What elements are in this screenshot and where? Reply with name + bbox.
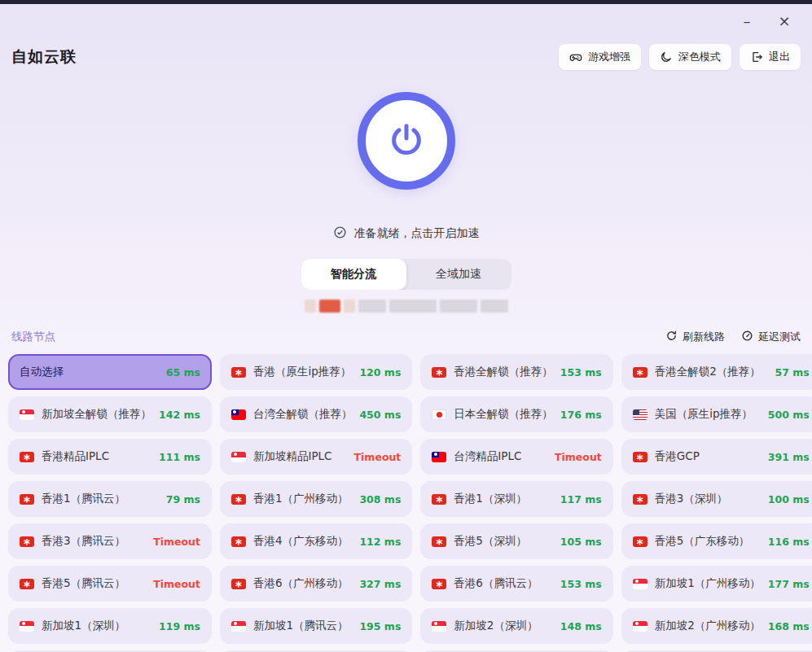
node-name: 新加坡1（深圳） [42, 619, 151, 633]
node-latency: Timeout [354, 451, 402, 463]
node-card[interactable]: 香港全解锁2（推荐） 57 ms [621, 354, 812, 390]
node-card[interactable]: 香港6（广州移动） 327 ms [220, 566, 412, 602]
node-name: 香港1（腾讯云） [42, 492, 159, 506]
node-name: 美国（原生ip推荐） [655, 407, 761, 422]
node-latency: 148 ms [560, 620, 602, 632]
node-card[interactable]: 自动选择 65 ms [8, 354, 212, 390]
node-name: 香港3（深圳） [655, 492, 761, 506]
node-card[interactable]: 新加坡精品IPLC Timeout [220, 439, 412, 475]
logout-icon [750, 50, 763, 63]
node-card[interactable]: 日本全解锁（推荐） 176 ms [420, 396, 612, 432]
node-name: 香港全解锁（推荐） [454, 365, 553, 379]
node-card[interactable]: 新加坡2（深圳） 148 ms [420, 608, 612, 644]
node-name: 新加坡2（深圳） [454, 619, 553, 633]
check-circle-icon [333, 225, 347, 242]
hk-flag-icon [633, 452, 647, 462]
refresh-lines-button[interactable]: 刷新线路 [665, 330, 725, 344]
node-card[interactable]: 香港3（深圳） 100 ms [621, 481, 812, 517]
hk-flag-icon [231, 367, 246, 378]
node-card[interactable]: 香港GCP 391 ms [621, 439, 812, 475]
latency-test-label: 延迟测试 [758, 330, 801, 344]
close-button[interactable]: × [768, 8, 801, 33]
node-latency: 153 ms [560, 578, 602, 590]
tw-flag-icon [231, 409, 246, 420]
node-latency: 117 ms [560, 493, 602, 505]
sg-flag-icon [633, 579, 647, 589]
hk-flag-icon [20, 536, 34, 547]
game-boost-button[interactable]: 游戏增强 [559, 44, 641, 70]
hk-flag-icon [20, 452, 34, 462]
exit-button[interactable]: 退出 [740, 44, 801, 70]
refresh-icon [665, 330, 678, 344]
nodes-section-title: 线路节点 [11, 330, 55, 344]
node-card[interactable]: 香港5（腾讯云） Timeout [8, 566, 212, 602]
connect-panel: 准备就绪，点击开启加速 智能分流 全域加速 [0, 77, 812, 316]
node-latency: 500 ms [768, 409, 810, 421]
node-name: 香港5（广东移动） [655, 534, 761, 549]
node-latency: Timeout [153, 578, 200, 590]
node-card[interactable]: 香港5（深圳） 105 ms [420, 523, 612, 559]
tw-flag-icon [432, 452, 446, 462]
tab-smart-split[interactable]: 智能分流 [301, 259, 406, 290]
node-name: 香港6（腾讯云） [454, 576, 553, 591]
node-card[interactable]: 香港（原生ip推荐） 120 ms [220, 354, 412, 390]
nodes-tools: 刷新线路 延迟测试 [665, 330, 801, 344]
node-latency: 177 ms [768, 578, 810, 590]
node-card[interactable]: 香港4（广东移动） 112 ms [220, 523, 412, 559]
header-actions: 游戏增强 深色模式 退出 [559, 44, 801, 70]
node-card[interactable]: 新加坡2（广州移动） 168 ms [621, 608, 812, 644]
sg-flag-icon [20, 409, 34, 420]
game-boost-label: 游戏增强 [588, 50, 630, 64]
hk-flag-icon [633, 494, 647, 505]
hk-flag-icon [231, 536, 246, 547]
node-latency: 65 ms [166, 366, 200, 379]
node-card[interactable]: 新加坡全解锁（推荐） 142 ms [8, 396, 212, 432]
tab-global-accel[interactable]: 全域加速 [406, 259, 511, 290]
hk-flag-icon [633, 367, 647, 378]
node-card[interactable]: 香港5（广东移动） 116 ms [621, 523, 812, 559]
node-card[interactable]: 新加坡1（腾讯云） 195 ms [220, 608, 412, 644]
node-card[interactable]: 香港1（深圳） 117 ms [420, 481, 612, 517]
nodes-header: 线路节点 刷新线路 延迟测试 [0, 327, 812, 347]
node-card[interactable]: 台湾精品IPLC Timeout [420, 439, 612, 475]
hk-flag-icon [231, 579, 246, 589]
node-card[interactable]: 香港精品IPLC 111 ms [8, 439, 212, 475]
power-icon [388, 120, 425, 161]
node-latency: 116 ms [768, 536, 810, 548]
node-card[interactable]: 香港全解锁（推荐） 153 ms [420, 354, 612, 390]
sg-flag-icon [231, 452, 246, 462]
node-name: 香港5（深圳） [454, 534, 553, 549]
node-name: 自动选择 [20, 365, 159, 379]
node-name: 香港4（广东移动） [253, 534, 353, 549]
latency-test-button[interactable]: 延迟测试 [741, 330, 801, 344]
node-card[interactable]: 香港6（腾讯云） 153 ms [420, 566, 612, 602]
mode-tabs: 智能分流 全域加速 [301, 259, 511, 290]
power-button[interactable] [358, 92, 455, 190]
node-name: 香港精品IPLC [42, 449, 151, 464]
us-flag-icon [633, 409, 647, 420]
node-card[interactable]: 香港1（腾讯云） 79 ms [8, 481, 212, 517]
node-card[interactable]: 香港3（腾讯云） Timeout [8, 523, 212, 559]
node-name: 香港5（腾讯云） [42, 576, 146, 591]
hk-flag-icon [432, 367, 446, 378]
gamepad-icon [569, 50, 582, 63]
redacted-info [305, 296, 508, 316]
node-card[interactable]: 美国（原生ip推荐） 500 ms [621, 396, 812, 432]
hk-flag-icon [20, 579, 34, 589]
node-card[interactable]: 台湾全解锁（推荐） 450 ms [220, 396, 412, 432]
node-latency: 142 ms [159, 409, 200, 421]
minimize-button[interactable]: – [731, 8, 763, 33]
node-latency: 105 ms [560, 536, 602, 548]
node-card[interactable]: 新加坡1（深圳） 119 ms [8, 608, 212, 644]
dark-mode-button[interactable]: 深色模式 [649, 44, 731, 70]
node-card[interactable]: 香港1（广州移动） 308 ms [220, 481, 412, 517]
titlebar: – × [0, 4, 812, 37]
node-latency: 168 ms [768, 620, 810, 632]
node-latency: 153 ms [560, 366, 602, 379]
node-card[interactable]: 新加坡1（广州移动） 177 ms [621, 566, 812, 602]
dark-mode-label: 深色模式 [678, 50, 721, 64]
node-latency: Timeout [555, 451, 602, 463]
node-latency: 111 ms [159, 451, 200, 463]
refresh-lines-label: 刷新线路 [683, 330, 725, 344]
node-latency: 327 ms [359, 578, 401, 590]
